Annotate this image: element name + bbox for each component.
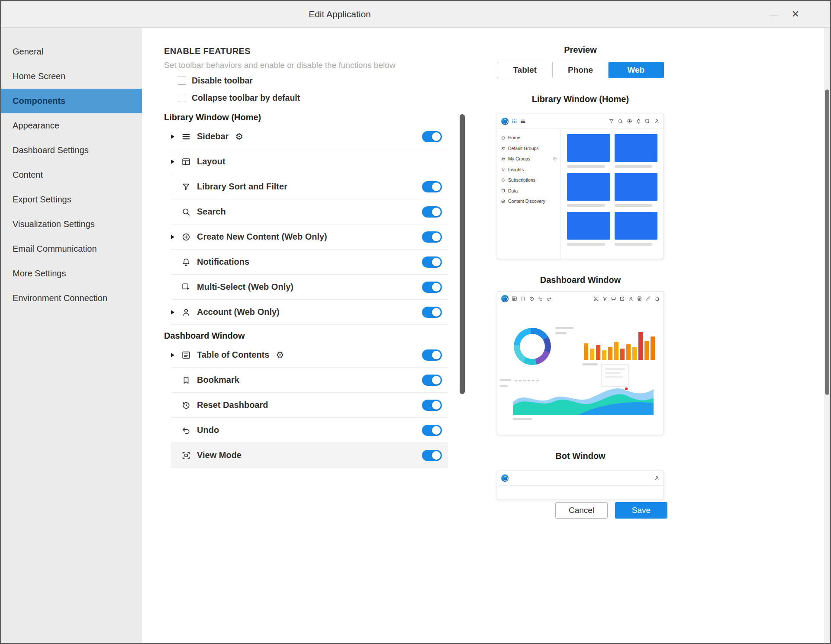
toggle-notifications[interactable] [422,256,442,268]
library-nav-home[interactable]: Home [497,132,560,143]
dialog-title: Edit Application [1,1,679,28]
funnel-icon [609,119,614,124]
sidebar-item-export-settings[interactable]: Export Settings [1,187,142,212]
person-icon [654,475,660,481]
sidebar-item-environment-connection[interactable]: Environment Connection [1,286,142,311]
settings-sidebar: GeneralHome ScreenComponentsAppearanceDa… [1,28,142,643]
sidebar-item-dashboard-settings[interactable]: Dashboard Settings [1,138,142,163]
bookmark-icon [520,296,526,301]
toggle-multi-select-web-only[interactable] [422,282,442,293]
checkbox-row-collapse-toolbar-by-default[interactable]: Collapse toolbar by default [164,89,486,106]
toggle-undo[interactable] [422,425,442,436]
library-nav-subscriptions[interactable]: Subscriptions [497,175,560,186]
feature-row-multi-select-web-only: Multi-Select (Web Only) [171,275,448,300]
toggle-search[interactable] [422,206,442,218]
enable-features-subheading: Set toolbar behaviors and enable or disa… [164,61,486,70]
checkbox-label: Collapse toolbar by default [192,93,300,103]
menu-icon [520,119,526,124]
sidebar-item-general[interactable]: General [1,39,142,64]
expand-arrow-icon[interactable] [171,235,181,239]
toggle-account-web-only[interactable] [422,307,442,318]
cancel-button[interactable]: Cancel [555,502,608,519]
bar [638,332,643,360]
preview-tab-phone[interactable]: Phone [553,62,608,78]
toggle-bookmark[interactable] [422,375,442,386]
sidebar-item-visualization-settings[interactable]: Visualization Settings [1,212,142,237]
library-nav-my-groups[interactable]: My Groups [497,154,560,164]
window-scrollbar-thumb[interactable] [825,90,829,395]
bell-icon [501,178,506,183]
feature-label: Table of Contents [197,350,269,360]
toggle-library-sort-and-filter[interactable] [422,181,442,192]
sidebar-item-components[interactable]: Components [1,89,142,113]
toggle-reset-dashboard[interactable] [422,400,442,411]
library-nav-insights[interactable]: Insights [497,164,560,175]
preview-title: Preview [497,45,664,55]
window-scrollbar[interactable] [824,28,830,643]
settings-gear-icon[interactable]: ⚙ [276,350,284,359]
bar [608,347,612,360]
plus-icon [627,119,632,124]
sidebar-item-more-settings[interactable]: More Settings [1,261,142,286]
library-preview-toolbar [497,114,664,129]
toolbar-checkbox-group: Disable toolbar Collapse toolbar by defa… [164,72,486,106]
toggle-table-of-contents[interactable] [422,349,442,361]
checkbox-row-disable-toolbar[interactable]: Disable toolbar [164,72,486,89]
checkbox[interactable] [178,77,186,85]
settings-gear-icon[interactable]: ⚙ [235,132,243,141]
toggle-create-new-content-web-only[interactable] [422,231,442,243]
checkbox[interactable] [178,94,186,102]
library-nav-label: Subscriptions [508,177,535,183]
feature-row-reset-dashboard: Reset Dashboard [171,393,448,418]
viewmode-icon [181,451,191,460]
bar [584,343,588,360]
preview-panel: Preview TabletPhoneWeb Library Window (H… [486,28,824,643]
expand-arrow-icon[interactable] [171,353,181,357]
compass-icon [501,199,506,204]
feature-label: Layout [197,157,225,167]
library-nav-data[interactable]: Data [497,186,560,196]
content-tile [567,212,610,246]
feature-label: Multi-Select (Web Only) [197,282,293,292]
library-nav-content-discovery[interactable]: Content Discovery [497,196,560,207]
feature-label: Undo [197,425,219,435]
feature-label: Search [197,207,226,217]
dashboard-preview-toolbar [497,292,664,306]
sidebar-item-email-communication[interactable]: Email Communication [1,237,142,261]
sidebar-item-home-screen[interactable]: Home Screen [1,64,142,89]
expand-arrow-icon[interactable] [171,160,181,164]
edit-application-dialog: Edit Application — ✕ GeneralHome ScreenC… [0,0,831,644]
minimize-icon[interactable]: — [766,1,782,28]
expand-arrow-icon[interactable] [171,135,181,139]
feature-row-view-mode: View Mode [171,443,448,468]
menu-icon [181,132,191,141]
person-icon [181,308,191,317]
feature-row-bookmark: Bookmark [171,368,448,393]
bar [614,342,618,360]
bar [626,344,631,360]
sidebar-item-content[interactable]: Content [1,163,142,187]
main-scrollbar-thumb[interactable] [460,114,465,394]
feature-row-notifications: Notifications [171,250,448,275]
save-button[interactable]: Save [615,502,667,519]
preview-device-tabs: TabletPhoneWeb [497,62,664,78]
content-tile [615,134,658,168]
plus-icon [553,157,557,161]
bar [620,349,625,360]
toggle-view-mode[interactable] [422,450,442,461]
library-nav-default-groups[interactable]: Default Groups [497,143,560,154]
bot-preview-title: Bot Window [497,451,664,461]
sidebar-item-appearance[interactable]: Appearance [1,113,142,138]
expand-arrow-icon[interactable] [171,310,181,314]
feature-label: Reset Dashboard [197,400,268,410]
close-icon[interactable]: ✕ [788,1,803,28]
layout-icon [181,157,191,167]
person-icon [654,119,660,124]
person-icon [628,296,634,301]
toggle-sidebar[interactable] [422,131,442,142]
preview-tab-web[interactable]: Web [609,62,664,78]
preview-tab-tablet[interactable]: Tablet [497,62,553,78]
bar [590,349,594,360]
pencil-icon [645,296,651,301]
undo-icon [181,426,191,435]
